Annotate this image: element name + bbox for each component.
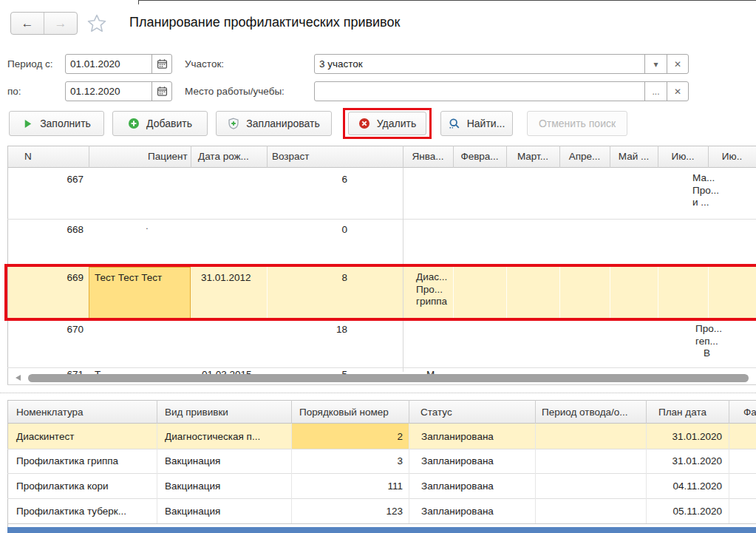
clear-icon: ✕ [674, 59, 681, 69]
status-cell[interactable]: Запланирована [421, 506, 494, 517]
grid-line [610, 267, 610, 319]
table-left-border [7, 400, 8, 527]
row-number-cell[interactable]: 670 [7, 324, 84, 335]
row-separator [7, 449, 756, 449]
kind-cell[interactable]: Вакцинация [165, 481, 220, 492]
history-nav-group: ← → [10, 12, 78, 35]
period-to-value[interactable]: 01.12.2020 [66, 82, 151, 101]
grid-line [409, 400, 409, 424]
period-to-field[interactable]: 01.12.2020 [65, 81, 172, 101]
nomenclature-cell[interactable]: Профилактика гриппа [16, 455, 118, 466]
age-cell[interactable]: 6 [267, 174, 347, 185]
row-number-cell[interactable]: 667 [7, 174, 84, 185]
add-button[interactable]: Добавить [112, 111, 208, 136]
workplace-ellipsis-button[interactable]: ... [644, 82, 667, 101]
delete-button[interactable]: Удалить [348, 112, 426, 135]
col-header-kind[interactable]: Вид прививки [165, 401, 228, 424]
plan-line: Ма... [692, 172, 719, 185]
col-header-plan-date[interactable]: План дата [658, 401, 706, 424]
order-number-cell[interactable]: 3 [291, 455, 403, 466]
cancel-search-button: Отменить поиск [527, 111, 627, 136]
col-header-june[interactable]: Ию... [658, 146, 708, 168]
age-cell[interactable]: 0 [267, 224, 347, 235]
age-cell[interactable]: 8 [267, 272, 347, 283]
col-header-january[interactable]: Янва... [403, 146, 453, 168]
col-header-april[interactable]: Апре... [559, 146, 610, 168]
patient-name-cell[interactable]: Тест Тест Тест [95, 272, 162, 283]
workplace-clear-button[interactable]: ✕ [667, 82, 688, 101]
h-scrollbar-thumb[interactable] [28, 374, 749, 382]
col-header-age[interactable]: Возраст [272, 146, 310, 168]
period-from-field[interactable]: 01.01.2020 [65, 54, 172, 74]
order-number-cell[interactable]: 123 [291, 506, 403, 517]
col-header-birthdate[interactable]: Дата рож... [198, 146, 249, 168]
plan-cell[interactable]: Ма... Про... и ... [692, 172, 719, 209]
nomenclature-cell[interactable]: Профилактика туберк... [16, 506, 126, 517]
kind-cell[interactable]: Диагностическая п... [165, 431, 260, 442]
plan-line: Про... [695, 323, 722, 336]
workplace-value[interactable] [315, 82, 644, 101]
age-cell[interactable]: 18 [267, 324, 347, 335]
window-edge-line [138, 0, 756, 1]
site-clear-button[interactable]: ✕ [667, 55, 688, 73]
plan-date-cell[interactable]: 31.01.2020 [646, 431, 722, 442]
row-number-cell[interactable]: 668 [7, 224, 84, 235]
back-button[interactable]: ← [11, 13, 44, 34]
table-row[interactable]: 671 Т... 01.03.2015 5 М... [7, 368, 756, 374]
scrollbar-left-arrow[interactable] [16, 375, 21, 381]
plan-date-cell[interactable]: 04.11.2020 [646, 481, 722, 492]
status-cell[interactable]: Запланирована [421, 481, 494, 492]
workplace-field[interactable]: ... ✕ [314, 81, 689, 101]
col-header-order-number[interactable]: Порядковый номер [299, 401, 389, 424]
site-combo-field[interactable]: 3 участок ▾ ✕ [314, 54, 689, 74]
site-dropdown-button[interactable]: ▾ [644, 55, 667, 73]
grid-line [646, 400, 647, 424]
col-header-march[interactable]: Март... [506, 146, 559, 168]
kind-cell[interactable]: Вакцинация [165, 455, 220, 466]
tables-splitter[interactable] [0, 393, 756, 393]
col-header-february[interactable]: Февра... [453, 146, 506, 168]
col-header-july[interactable]: Ию.. [708, 146, 756, 168]
plan-cell[interactable]: Диас... Про... гриппа [416, 271, 447, 308]
period-from-value[interactable]: 01.01.2020 [66, 55, 151, 73]
plan-button[interactable]: Запланировать [216, 111, 332, 136]
col-header-patient[interactable]: Пациент [148, 146, 188, 168]
search-icon [449, 118, 460, 129]
order-number-cell[interactable]: 111 [291, 481, 403, 492]
patient-name-cell: Т... [95, 369, 108, 374]
nomenclature-cell[interactable]: Профилактика кори [16, 481, 109, 492]
col-header-nomenclature[interactable]: Номенклатура [16, 401, 84, 424]
kind-cell[interactable]: Вакцинация [165, 506, 220, 517]
period-to-calendar-button[interactable] [151, 82, 171, 101]
grid-line [267, 146, 268, 168]
fill-button[interactable]: Заполнить [9, 111, 104, 136]
col-header-fact[interactable]: Фа... [743, 401, 756, 424]
nomenclature-cell[interactable]: Диаскинтест [16, 431, 74, 442]
col-header-n[interactable]: N [24, 146, 32, 168]
grid-line [535, 400, 536, 424]
plan-button-label: Запланировать [246, 118, 319, 129]
status-cell[interactable]: Запланирована [421, 455, 494, 466]
col-header-withdrawal[interactable]: Период отвода/о... [542, 401, 628, 424]
col-header-status[interactable]: Статус [420, 401, 452, 424]
site-value[interactable]: 3 участок [315, 55, 644, 73]
period-from-calendar-button[interactable] [151, 55, 171, 73]
col-header-may[interactable]: Май ... [610, 146, 658, 168]
order-number-cell[interactable]: 2 [291, 431, 403, 442]
forward-button[interactable]: → [44, 13, 77, 34]
plan-date-cell[interactable]: 05.11.2020 [646, 506, 722, 517]
table-bottom-border [7, 384, 756, 385]
grid-line [559, 267, 560, 319]
birth-date-cell[interactable]: 31.01.2012 [201, 272, 251, 283]
plan-date-cell[interactable]: 31.01.2020 [646, 455, 722, 466]
patient-name-cell[interactable]: . [146, 220, 149, 231]
find-button[interactable]: Найти... [440, 111, 513, 136]
calendar-icon [157, 58, 168, 69]
grid-line [453, 267, 454, 319]
row-separator [7, 473, 756, 474]
status-cell[interactable]: Запланирована [421, 431, 494, 442]
plan-cell[interactable]: Про... геп... В [695, 323, 722, 360]
bottom-scroll-strip[interactable] [7, 527, 756, 533]
row-number-cell[interactable]: 669 [7, 272, 84, 283]
favorites-star-icon[interactable] [86, 13, 107, 34]
